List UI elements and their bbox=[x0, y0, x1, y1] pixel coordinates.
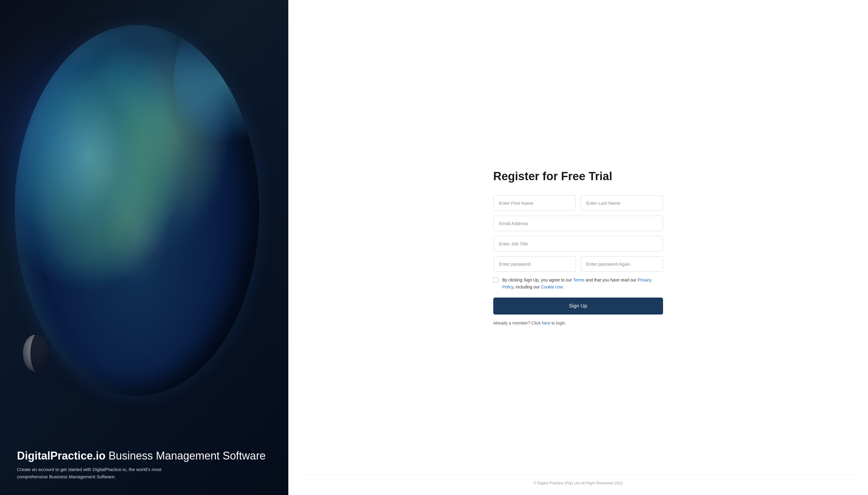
already-member-text: Already a member? Click bbox=[493, 321, 542, 325]
brand-tagline: Create an account to get started with Di… bbox=[17, 466, 193, 480]
already-member-suffix: to login. bbox=[550, 321, 566, 325]
checkbox-text-before: By clicking Sign Up, you agree to our bbox=[502, 277, 573, 283]
left-bottom-content: DigitalPractice.io Business Management S… bbox=[17, 449, 271, 480]
job-title-input[interactable] bbox=[493, 236, 663, 252]
moon-body bbox=[23, 335, 47, 371]
checkbox-text-middle2: , including our bbox=[513, 285, 541, 289]
brand-name-light: Business Management Software bbox=[106, 449, 266, 462]
signup-button[interactable]: Sign Up bbox=[493, 297, 663, 314]
email-field-container bbox=[493, 216, 663, 231]
terms-link[interactable]: Terms bbox=[573, 277, 585, 283]
terms-label: By clicking Sign Up, you agree to our Te… bbox=[502, 277, 663, 290]
password-field bbox=[493, 256, 576, 272]
checkbox-text-middle: and that you have read our bbox=[585, 277, 638, 283]
terms-checkbox-row: By clicking Sign Up, you agree to our Te… bbox=[493, 277, 663, 290]
checkbox-text-end: . bbox=[563, 285, 564, 289]
first-name-input[interactable] bbox=[493, 195, 576, 211]
first-name-field bbox=[493, 195, 576, 211]
brand-name: DigitalPractice.io Business Management S… bbox=[17, 449, 271, 462]
email-input[interactable] bbox=[493, 216, 663, 231]
left-panel: DigitalPractice.io Business Management S… bbox=[0, 0, 288, 495]
login-link-text: Already a member? Click here to login. bbox=[493, 321, 663, 325]
globe-image bbox=[15, 25, 260, 396]
password-row bbox=[493, 256, 663, 272]
footer-copyright: © Digital Practice (Pty) Ltd All Right R… bbox=[300, 474, 856, 485]
password-again-input[interactable] bbox=[581, 256, 663, 272]
last-name-field bbox=[581, 195, 663, 211]
form-container: Register for Free Trial bbox=[493, 170, 663, 325]
brand-name-bold: DigitalPractice.io bbox=[17, 449, 106, 462]
name-row bbox=[493, 195, 663, 211]
password-again-field bbox=[581, 256, 663, 272]
password-input[interactable] bbox=[493, 256, 576, 272]
terms-checkbox[interactable] bbox=[493, 277, 499, 283]
cookie-link[interactable]: Cookie Use bbox=[541, 285, 563, 289]
copyright-text: © Digital Practice (Pty) Ltd All Right R… bbox=[533, 481, 623, 485]
right-panel: Register for Free Trial bbox=[288, 0, 868, 495]
job-title-field-container bbox=[493, 236, 663, 252]
form-title: Register for Free Trial bbox=[493, 170, 663, 184]
last-name-input[interactable] bbox=[581, 195, 663, 211]
login-here-link[interactable]: here bbox=[542, 321, 550, 325]
moon-image bbox=[23, 335, 47, 371]
